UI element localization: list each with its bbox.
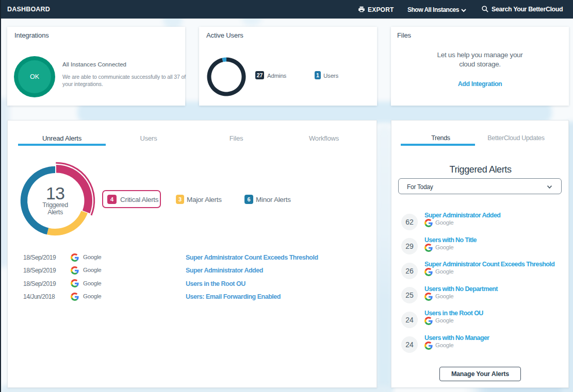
svg-text:OK: OK xyxy=(30,73,40,80)
